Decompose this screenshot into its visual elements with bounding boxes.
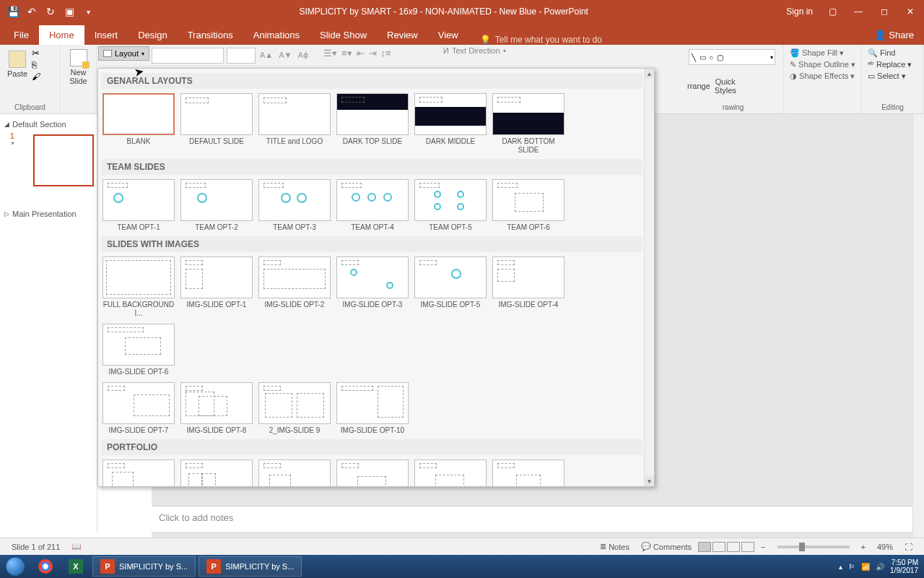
scroll-up-icon[interactable]: ▲ [645,69,654,79]
replace-button[interactable]: ᵃᵇ Replace ▾ [868,60,918,69]
layout-team-6[interactable]: TEAM OPT-6 [492,179,565,232]
ribbon-options-icon[interactable]: ▢ [826,5,839,18]
layout-team-1[interactable]: TEAM OPT-1 [103,179,175,232]
layout-default-slide[interactable]: DEFAULT SLIDE [180,93,253,155]
qat-more-icon[interactable]: ▾ [82,6,94,17]
layout-blank[interactable]: BLANK [103,93,175,155]
section-main[interactable]: ▷Main Presentation [3,207,94,221]
layout-img-5[interactable]: IMG-SLIDE OPT-5 [414,256,487,318]
layout-img-6[interactable]: IMG-SLIDE OPT-6 [103,324,175,376]
text-direction-button[interactable]: И Text Direction ▾ [443,46,506,55]
action-center-icon[interactable]: 🏳 [848,563,855,571]
share-button[interactable]: 👤 Share [864,25,924,45]
shape-line-icon[interactable]: ╲ [689,53,698,61]
network-icon[interactable]: 📶 [861,563,870,571]
layout-dark-middle[interactable]: DARK MIDDLE [414,93,487,155]
notes-pane[interactable]: Click to add notes [152,506,912,532]
shape-roundrect-icon[interactable]: ▢ [715,53,724,61]
shrink-font-icon[interactable]: A▼ [277,48,293,64]
layout-dev-3[interactable]: DEVICES OPT-3 [258,460,331,487]
tray-time[interactable]: 7:50 PM [890,558,918,566]
paste-button[interactable]: Paste [3,46,32,82]
tell-me-box[interactable]: 💡 Tell me what you want to do [468,35,865,45]
layout-dark-top[interactable]: DARK TOP SLIDE [336,93,409,155]
tab-animations[interactable]: Animations [243,25,310,45]
zoom-out-button[interactable]: − [755,543,771,551]
shape-rect-icon[interactable]: ▭ [698,53,707,61]
tab-view[interactable]: View [428,25,468,45]
tray-date[interactable]: 1/9/2017 [890,566,918,574]
normal-view-icon[interactable] [698,542,711,552]
shapes-more-icon[interactable]: ▾ [769,54,775,61]
layout-img-7[interactable]: IMG-SLIDE OPT-7 [103,382,175,435]
minimize-icon[interactable]: — [852,5,865,18]
shape-oval-icon[interactable]: ○ [707,53,715,61]
layout-team-4[interactable]: TEAM OPT-4 [336,179,409,232]
bullets-icon[interactable]: ☰▾ [323,48,337,59]
zoom-label[interactable]: 49% [871,543,899,551]
copy-icon[interactable]: ⎘ [32,60,40,70]
layout-team-3[interactable]: TEAM OPT-3 [258,179,331,232]
tab-review[interactable]: Review [377,25,428,45]
layout-dev-2[interactable]: DEVICES OPT-2 [180,460,253,487]
save-icon[interactable]: 💾 [7,6,19,17]
tab-slideshow[interactable]: Slide Show [310,25,377,45]
tab-design[interactable]: Design [128,25,177,45]
excel-taskbar-icon[interactable]: X [61,555,91,578]
reading-view-icon[interactable] [727,542,740,552]
volume-icon[interactable]: 🔊 [876,563,884,571]
line-spacing-icon[interactable]: ↕≡ [381,48,391,59]
layout-img-3[interactable]: IMG-SLIDE OPT-3 [336,256,409,318]
close-icon[interactable]: ✕ [904,5,917,18]
comments-toggle[interactable]: 💬 Comments [635,542,697,551]
layout-dev-5[interactable]: DEVICES OPT-5 [414,460,487,487]
grow-font-icon[interactable]: A▲ [258,48,274,64]
sign-in-link[interactable]: Sign in [786,7,813,17]
slide-thumbnail-1[interactable] [33,134,94,186]
layout-full-bg[interactable]: FULL BACKGROUND I... [103,256,175,318]
notes-toggle[interactable]: ≣ Notes [594,542,635,551]
format-painter-icon[interactable]: 🖌 [32,72,40,82]
tab-file[interactable]: File [4,25,39,45]
numbering-icon[interactable]: ≡▾ [341,48,352,59]
tab-insert[interactable]: Insert [84,25,128,45]
powerpoint-task-2[interactable]: PSIMPLICITY by S... [199,556,302,577]
layout-dark-bottom[interactable]: DARK BOTTOM SLIDE [492,93,565,155]
chrome-taskbar-icon[interactable] [30,555,61,578]
cut-icon[interactable]: ✂ [32,48,40,59]
new-slide-button[interactable]: New Slide [64,46,93,88]
tray-up-icon[interactable]: ▴ [839,563,842,571]
start-from-beginning-icon[interactable]: ▣ [64,6,75,17]
layout-dev-4[interactable]: DEVICES OPT-4 [336,460,409,487]
quick-styles-button[interactable]: Quick Styles [713,77,738,95]
fit-to-window-icon[interactable]: ⛶ [899,543,918,551]
font-size-input[interactable] [227,48,256,64]
maximize-icon[interactable]: ◻ [878,5,891,18]
layout-img-4[interactable]: IMG-SLIDE OPT-4 [492,256,565,318]
start-button[interactable] [0,555,30,578]
font-family-input[interactable] [152,48,224,64]
shape-fill-button[interactable]: 🪣 Shape Fill ▾ [790,48,855,58]
spell-check-icon[interactable]: 📖 [66,542,87,551]
section-default[interactable]: ◢Default Section [3,117,94,131]
layout-img-9[interactable]: 2_IMG-SLIDE 9 [258,382,331,435]
find-button[interactable]: 🔍 Find [868,48,918,58]
arrange-button[interactable]: rrange [686,77,712,95]
tab-home[interactable]: Home [39,25,84,45]
layout-img-1[interactable]: IMG-SLIDE OPT-1 [180,256,253,318]
powerpoint-task-1[interactable]: PSIMPLICITY by S... [92,556,196,577]
layout-img-8[interactable]: IMG-SLIDE OPT-8 [180,382,253,435]
layout-title-logo[interactable]: TITLE and LOGO [258,93,331,155]
zoom-slider[interactable] [777,545,850,548]
slideshow-view-icon[interactable] [741,542,754,552]
tab-transitions[interactable]: Transitions [178,25,243,45]
layout-dev-1[interactable]: DEVICES OPT-1 [103,460,175,487]
shape-outline-button[interactable]: ✎ Shape Outline ▾ [790,60,855,69]
select-button[interactable]: ▭ Select ▾ [868,72,918,81]
layout-img-10[interactable]: IMG-SLIDE OPT-10 [336,382,409,435]
sorter-view-icon[interactable] [712,542,725,552]
clear-format-icon[interactable]: Aϕ [296,48,309,64]
gallery-scrollbar[interactable]: ▲ ▼ [644,69,654,486]
layout-dropdown-button[interactable]: Layout ▾ [98,46,149,61]
layout-team-2[interactable]: TEAM OPT-2 [180,179,253,232]
